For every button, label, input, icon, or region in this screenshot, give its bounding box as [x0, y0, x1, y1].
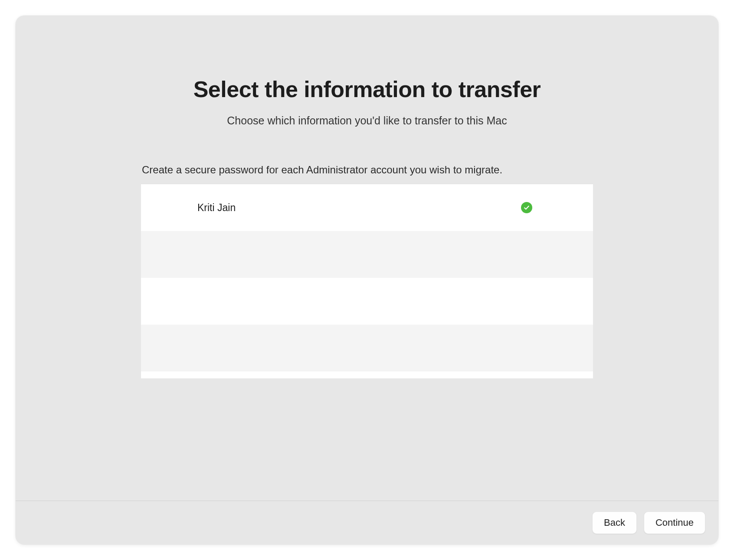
- account-row[interactable]: [141, 325, 593, 371]
- page-title: Select the information to transfer: [193, 76, 541, 102]
- account-row[interactable]: Kriti Jain: [141, 184, 593, 231]
- continue-button[interactable]: Continue: [644, 511, 705, 534]
- back-button[interactable]: Back: [592, 511, 637, 534]
- account-row[interactable]: [141, 278, 593, 325]
- content-area: Select the information to transfer Choos…: [16, 16, 718, 501]
- account-row[interactable]: [141, 231, 593, 278]
- instruction-text: Create a secure password for each Admini…: [141, 164, 593, 176]
- list-end-spacer: [141, 371, 593, 378]
- account-name: Kriti Jain: [197, 202, 521, 214]
- page-subtitle: Choose which information you'd like to t…: [227, 114, 507, 127]
- footer-bar: Back Continue: [16, 501, 718, 544]
- accounts-list: Kriti Jain: [141, 184, 593, 378]
- migration-window: Select the information to transfer Choos…: [16, 16, 718, 544]
- checkmark-icon: [521, 202, 532, 213]
